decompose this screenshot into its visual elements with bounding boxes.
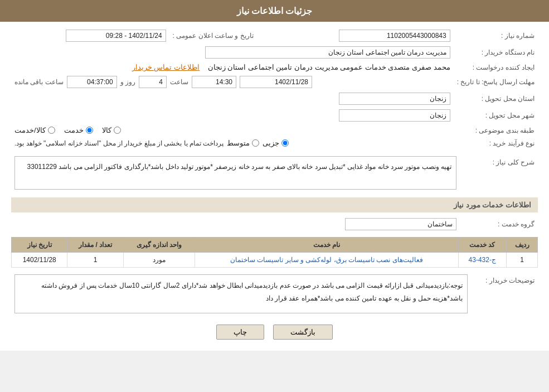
cell-rownum: 1 bbox=[507, 253, 538, 268]
deadline-row: ساعت باقی مانده روز و ساعت bbox=[14, 76, 450, 88]
province-label: استان محل تحویل : bbox=[454, 90, 538, 107]
notes-label: توضیحات خریدار : bbox=[471, 272, 538, 316]
deadline-label: مهلت ارسال پاسخ: تا تاریخ : bbox=[454, 74, 538, 90]
cell-qty: 1 bbox=[67, 253, 123, 268]
buyer-label: نام دستگاه خریدار : bbox=[454, 44, 538, 61]
need-number-label: شماره نیاز : bbox=[454, 27, 538, 44]
process-option-jozi[interactable]: جزیی bbox=[263, 139, 289, 147]
col-name: نام خدمت bbox=[195, 238, 458, 253]
service-table-header: ردیف کد خدمت نام خدمت واحد اندازه گیری ت… bbox=[12, 238, 538, 253]
process-note: پرداخت تمام یا بخشی از مبلغ خریدار از مح… bbox=[14, 139, 224, 147]
remaining-input[interactable] bbox=[67, 76, 117, 88]
cell-code: ج-432-43 bbox=[458, 253, 506, 268]
col-unit: واحد اندازه گیری bbox=[123, 238, 195, 253]
need-number-input[interactable] bbox=[339, 30, 450, 42]
cell-name: فعالیت‌های نصب تاسیسات برق، لوله‌کشی و س… bbox=[195, 253, 458, 268]
process-option-motaset[interactable]: متوسط bbox=[227, 139, 259, 147]
creator-value: محمد صفری متصدی خدمات عمومی مدیریت درمان… bbox=[11, 61, 454, 74]
notes-text: توجه:بازدیدمیدانی قبل ازارائه قیمت الزام… bbox=[41, 282, 463, 302]
city-label: شهر محل تحویل : bbox=[454, 107, 538, 124]
need-number-value bbox=[279, 27, 454, 44]
print-button[interactable]: چاپ bbox=[216, 325, 264, 340]
announcement-label: تاریخ و ساعت اعلان عمومی : bbox=[169, 27, 257, 44]
button-bar: بازگشت چاپ bbox=[11, 325, 538, 340]
table-row: 1 ج-432-43 فعالیت‌های نصب تاسیسات برق، ل… bbox=[12, 253, 538, 268]
service-header-row: ردیف کد خدمت نام خدمت واحد اندازه گیری ت… bbox=[12, 238, 538, 253]
province-value bbox=[11, 90, 454, 107]
content-area: شماره نیاز : تاریخ و ساعت اعلان عمومی : … bbox=[0, 22, 549, 351]
col-qty: تعداد / مقدار bbox=[67, 238, 123, 253]
time-label: ساعت bbox=[170, 78, 188, 86]
service-table-body: 1 ج-432-43 فعالیت‌های نصب تاسیسات برق، ل… bbox=[12, 253, 538, 268]
creator-contact-link[interactable]: اطلاعات تماس خریدار bbox=[132, 63, 200, 71]
page-container: جزئیات اطلاعات نیاز شماره نیاز : تاریخ و… bbox=[0, 0, 549, 351]
page-header: جزئیات اطلاعات نیاز bbox=[0, 0, 549, 22]
days-label: روز و bbox=[120, 78, 135, 86]
service-section-title: اطلاعات خدمات مورد نیاز bbox=[11, 197, 538, 212]
info-table: شماره نیاز : تاریخ و ساعت اعلان عمومی : … bbox=[11, 27, 538, 149]
category-option-kala[interactable]: کالا bbox=[102, 126, 121, 134]
buyer-input[interactable] bbox=[205, 46, 450, 59]
description-label: شرح کلی نیاز : bbox=[460, 154, 538, 192]
service-group-table: گروه خدمت : bbox=[11, 216, 538, 233]
notes-table: توضیحات خریدار : توجه:بازدیدمیدانی قبل ا… bbox=[11, 272, 538, 316]
row-province: استان محل تحویل : bbox=[11, 90, 538, 107]
cell-unit: مورد bbox=[123, 253, 195, 268]
row-creator: ایجاد کننده درخواست : محمد صفری متصدی خد… bbox=[11, 61, 538, 74]
cell-date: 1402/11/28 bbox=[12, 253, 67, 268]
description-text: تهیه ونصب موتور سرد خانه مواد غذایی *تبد… bbox=[27, 163, 451, 171]
description-table: شرح کلی نیاز : تهیه ونصب موتور سرد خانه … bbox=[11, 154, 538, 192]
time-input[interactable] bbox=[192, 76, 236, 88]
process-row: پرداخت تمام یا بخشی از مبلغ خریدار از مح… bbox=[14, 139, 450, 147]
city-value bbox=[11, 107, 454, 124]
buyer-value bbox=[11, 44, 454, 61]
remaining-label: ساعت باقی مانده bbox=[14, 78, 64, 86]
row-category: طبقه بندی موضوعی : کالا/خدمت خدمت کالا bbox=[11, 124, 538, 137]
creator-label: ایجاد کننده درخواست : bbox=[454, 61, 538, 74]
back-button[interactable]: بازگشت bbox=[273, 325, 333, 340]
row-deadline: مهلت ارسال پاسخ: تا تاریخ : ساعت باقی ما… bbox=[11, 74, 538, 90]
days-input[interactable] bbox=[139, 76, 167, 88]
col-rownum: ردیف bbox=[507, 238, 538, 253]
col-code: کد خدمت bbox=[458, 238, 506, 253]
creator-text: محمد صفری متصدی خدمات عمومی مدیریت درمان… bbox=[208, 63, 450, 71]
page-title: جزئیات اطلاعات نیاز bbox=[237, 6, 313, 16]
description-box: تهیه ونصب موتور سرد خانه مواد غذایی *تبد… bbox=[14, 156, 456, 190]
service-table: ردیف کد خدمت نام خدمت واحد اندازه گیری ت… bbox=[11, 237, 538, 268]
category-option-kala-khedmat[interactable]: کالا/خدمت bbox=[14, 126, 55, 134]
service-group-label: گروه خدمت : bbox=[460, 216, 538, 233]
col-date: تاریخ نیاز bbox=[12, 238, 67, 253]
process-label: نوع فرآیند خرید : bbox=[454, 137, 538, 149]
category-option-khedmat[interactable]: خدمت bbox=[64, 126, 93, 134]
announcement-input[interactable] bbox=[66, 30, 166, 42]
city-input[interactable] bbox=[339, 109, 450, 122]
province-input[interactable] bbox=[339, 93, 450, 105]
description-row: شرح کلی نیاز : تهیه ونصب موتور سرد خانه … bbox=[11, 154, 538, 192]
service-group-row: گروه خدمت : bbox=[11, 216, 538, 233]
service-group-input[interactable] bbox=[345, 218, 456, 230]
date-input[interactable] bbox=[240, 76, 312, 88]
row-process: نوع فرآیند خرید : پرداخت تمام یا بخشی از… bbox=[11, 137, 538, 149]
row-need-number: شماره نیاز : تاریخ و ساعت اعلان عمومی : bbox=[11, 27, 538, 44]
announcement-value bbox=[11, 27, 169, 44]
notes-row: توضیحات خریدار : توجه:بازدیدمیدانی قبل ا… bbox=[11, 272, 538, 316]
row-city: شهر محل تحویل : bbox=[11, 107, 538, 124]
category-label: طبقه بندی موضوعی : bbox=[454, 124, 538, 137]
notes-box: توجه:بازدیدمیدانی قبل ازارائه قیمت الزام… bbox=[14, 274, 468, 313]
category-radio-group: کالا/خدمت خدمت کالا bbox=[14, 126, 450, 134]
row-buyer: نام دستگاه خریدار : bbox=[11, 44, 538, 61]
